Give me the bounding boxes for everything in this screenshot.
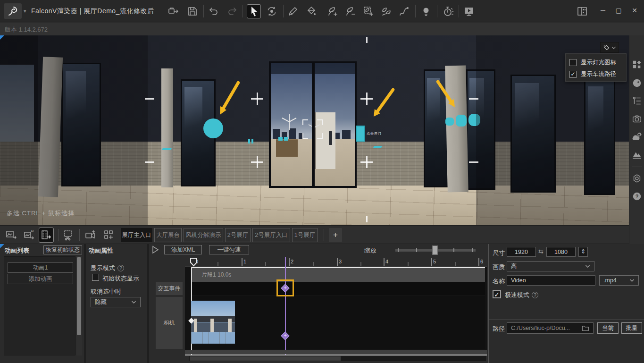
folder-icon[interactable] xyxy=(582,325,589,331)
turbo-mode-checkbox[interactable]: ✓ xyxy=(493,290,501,298)
quality-select[interactable]: 高 xyxy=(507,261,594,271)
paint-fill-icon xyxy=(306,6,317,17)
reset-initial-state-button[interactable]: 恢复初始状态 xyxy=(43,245,82,254)
animation-item-1[interactable]: 动画1 xyxy=(8,262,73,273)
material-panel-button[interactable] xyxy=(632,78,642,88)
pen-tool-button[interactable] xyxy=(287,6,299,17)
track-label-interaction: 交互事件 xyxy=(156,282,183,295)
assets-icon xyxy=(632,59,642,70)
app-menu-button[interactable] xyxy=(4,3,22,19)
timeline-ruler[interactable] xyxy=(185,257,487,267)
redo-button[interactable] xyxy=(226,6,238,17)
traffic-marker-blob[interactable] xyxy=(445,118,454,126)
terrain-panel-button[interactable] xyxy=(632,150,642,160)
image-export-button[interactable] xyxy=(6,229,17,241)
batch-export-button[interactable]: 批量 xyxy=(621,322,642,334)
video-export-button[interactable] xyxy=(39,228,53,242)
menu-item-light-icons[interactable]: 显示灯光图标 xyxy=(569,58,616,67)
toolbar-separator xyxy=(283,5,284,17)
viewport-3d[interactable]: 点击开门 xyxy=(0,35,629,225)
timeline-scrollbar[interactable] xyxy=(189,356,486,361)
minimize-button[interactable]: ─ xyxy=(598,7,608,14)
orbit-tool-button[interactable] xyxy=(266,6,277,17)
uniform-speed-button[interactable]: 一键匀速 xyxy=(209,245,249,254)
display-options-button[interactable] xyxy=(600,42,619,53)
vegetation-remove-button[interactable] xyxy=(345,6,356,17)
save-icon xyxy=(187,6,198,17)
vegetation-select-add-button[interactable] xyxy=(363,6,374,17)
video-name-input[interactable] xyxy=(507,275,595,286)
timeline-scrollbar-thumb[interactable] xyxy=(190,356,341,361)
add-camera-tab-button[interactable]: + xyxy=(329,228,342,242)
select-pointer-button[interactable] xyxy=(247,5,260,18)
display-mode-help-icon[interactable]: ? xyxy=(117,265,124,271)
camera-tab-3[interactable]: 2号展厅 xyxy=(225,228,251,242)
light-icons-checkbox[interactable] xyxy=(569,59,577,66)
app-menu-chevron-icon[interactable]: ▾ xyxy=(24,8,26,14)
door-trigger-marker[interactable] xyxy=(356,126,365,142)
fill-tool-button[interactable] xyxy=(306,6,317,17)
menu-item-traffic-path[interactable]: ✓ 显示车流路径 xyxy=(569,69,616,79)
camera-add-button[interactable] xyxy=(85,229,96,241)
timer-tool-button[interactable] xyxy=(443,6,454,17)
traffic-path-checkbox[interactable]: ✓ xyxy=(569,71,577,78)
layout-grid-icon xyxy=(577,6,588,17)
camera-keyframe-thumbnail[interactable] xyxy=(191,301,235,344)
initial-state-checkbox[interactable] xyxy=(92,274,99,281)
add-xml-button[interactable]: 添加XML xyxy=(164,245,202,254)
camera-tab-4[interactable]: 2号展厅入口 xyxy=(252,228,290,242)
zoom-slider-handle[interactable] xyxy=(432,245,438,255)
light-icons-label: 显示灯光图标 xyxy=(581,59,616,67)
zoom-slider-track[interactable] xyxy=(395,249,476,252)
scene-outline-button[interactable] xyxy=(632,96,642,106)
thirds-guide-edge xyxy=(145,161,154,163)
current-export-button[interactable]: 当前 xyxy=(597,322,619,334)
vegetation-brush-button[interactable] xyxy=(381,6,392,17)
camera-tab-1[interactable]: 大厅展台 xyxy=(154,228,182,242)
capture-center-tick-bottom xyxy=(366,216,368,222)
help-button[interactable]: ? xyxy=(632,191,642,202)
traffic-marker-blob[interactable] xyxy=(456,115,467,127)
playhead[interactable] xyxy=(190,257,198,267)
turbo-help-icon[interactable]: ? xyxy=(532,292,538,298)
animation-list-scrollbar[interactable] xyxy=(76,256,82,355)
layout-grid-button[interactable] xyxy=(577,6,588,17)
undo-button[interactable] xyxy=(208,6,219,17)
camera-tab-0[interactable]: 展厅主入口 xyxy=(121,228,152,242)
camera-tab-2[interactable]: 风机分解演示 xyxy=(184,228,223,242)
light-tool-button[interactable] xyxy=(420,6,432,17)
crop-capture-button[interactable] xyxy=(63,229,74,241)
settings-button[interactable] xyxy=(632,173,642,184)
multiview-add-button[interactable] xyxy=(103,229,115,241)
maximize-button[interactable]: ▢ xyxy=(613,7,624,14)
save-button[interactable] xyxy=(187,6,198,17)
width-input[interactable] xyxy=(507,247,536,257)
path-draw-button[interactable] xyxy=(399,6,410,17)
turbo-mode-label: 极速模式? xyxy=(505,291,538,299)
aspect-lock-button[interactable]: ⇕ xyxy=(578,247,588,257)
focus-corner-marker xyxy=(0,35,4,40)
export-exe-button[interactable] xyxy=(168,6,179,17)
image-ai-export-icon: AI xyxy=(24,229,35,241)
traffic-marker-circle[interactable] xyxy=(203,118,223,138)
thirds-guide-plus xyxy=(366,156,368,168)
weather-panel-button[interactable] xyxy=(632,132,642,142)
assets-panel-button[interactable] xyxy=(632,59,642,70)
add-animation-button[interactable]: 添加动画 xyxy=(8,274,73,284)
close-button[interactable]: ✕ xyxy=(629,7,640,14)
timeline-clip[interactable]: 片段1 10.0s xyxy=(191,268,485,282)
interaction-track[interactable] xyxy=(191,282,485,295)
camera-panel-button[interactable] xyxy=(632,114,642,124)
file-ext-select[interactable]: .mp4 xyxy=(599,275,639,286)
deselect-mode-select[interactable]: 隐藏 xyxy=(91,297,141,307)
image-ai-export-button[interactable]: AI xyxy=(24,229,35,241)
output-path-field[interactable]: C:/Users/liuc-p/Docu... xyxy=(507,322,594,334)
swap-size-icon[interactable]: ⇆ xyxy=(538,248,544,255)
display-options-menu: 显示灯光图标 ✓ 显示车流路径 xyxy=(565,53,627,82)
play-button[interactable] xyxy=(151,245,159,254)
video-player-button[interactable] xyxy=(463,6,475,17)
camera-track[interactable] xyxy=(191,296,485,349)
vegetation-add-button[interactable] xyxy=(327,6,338,17)
camera-tab-5[interactable]: 1号展厅 xyxy=(292,228,318,242)
height-input[interactable] xyxy=(546,247,576,257)
